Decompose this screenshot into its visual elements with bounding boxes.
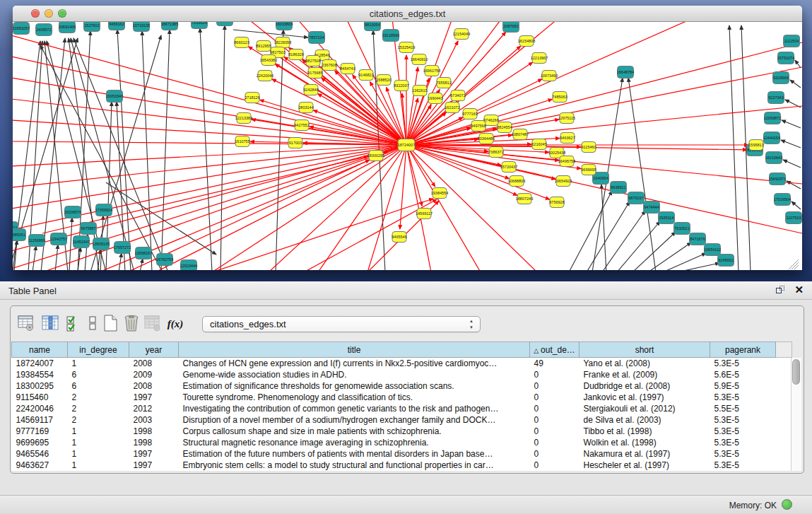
- graph-node-label: 9827503: [270, 50, 285, 54]
- graph-node-label: 8938921: [611, 185, 625, 189]
- graph-node-label: 18724007: [398, 143, 415, 147]
- table-row[interactable]: 1456911722003Disruption of a novel membe…: [12, 414, 792, 426]
- column-header-short[interactable]: short: [579, 342, 710, 358]
- select-rows-check-icon: [65, 314, 83, 332]
- delete-button[interactable]: [122, 314, 141, 334]
- table-vertical-scrollbar[interactable]: [791, 358, 801, 471]
- graph-node-label: 10973493: [541, 74, 558, 78]
- graph-node-label: 12213967: [531, 56, 548, 60]
- graph-node-label: 10807487: [512, 132, 529, 136]
- select-rows-button[interactable]: [64, 314, 84, 334]
- table-row[interactable]: 946554611997Estimation of the future num…: [12, 448, 792, 460]
- table-row[interactable]: 1938455462009Genome-wide association stu…: [12, 369, 792, 380]
- network-window: citations_edges.txt 10653257240557220691…: [13, 6, 802, 270]
- graph-node-label: 16543382: [260, 58, 277, 62]
- status-bar: Memory: OK: [0, 495, 812, 514]
- graph-node-label: 1527602: [84, 23, 99, 28]
- graph-node-label: 8912955: [256, 44, 271, 48]
- table-panel-header: Table Panel ✕: [0, 281, 812, 300]
- graph-node-label: 1595813: [748, 143, 763, 147]
- graph-node-label: 10653257: [13, 26, 30, 30]
- graph-node-label: 2718126: [245, 95, 259, 100]
- graph-node-label: 6734072: [450, 93, 465, 98]
- graph-node-label: 20364486: [478, 136, 495, 141]
- graph-node-label: 12923446: [180, 264, 197, 268]
- graph-node-label: 9242848: [303, 88, 318, 92]
- table-row[interactable]: 977716911998Corpus callosum shape and si…: [12, 426, 792, 437]
- graph-node-label: 6216045: [531, 142, 546, 146]
- graph-node-label: 16210643: [765, 156, 782, 160]
- graph-node-label: 13958167: [135, 251, 152, 255]
- graph-node-label: 20053346: [106, 94, 123, 98]
- column-header-name[interactable]: name: [12, 342, 68, 358]
- graph-node-label: 16961758: [423, 69, 440, 73]
- graph-node-label: 15325419: [398, 45, 415, 49]
- table-row[interactable]: 1872400712008Changes of HCN gene express…: [12, 358, 792, 369]
- table-settings-button[interactable]: [16, 314, 36, 334]
- graph-node-label: 1610755: [235, 139, 249, 144]
- graph-node-label: 9329966: [773, 76, 788, 80]
- graph-node-label: 16782759: [156, 257, 173, 262]
- graph-node-label: 6879197: [628, 196, 643, 200]
- graph-node-label: 2087682: [503, 24, 518, 28]
- citation-network-graph[interactable]: 1065325724055722069140615276029466162107…: [13, 22, 802, 270]
- graph-node-label: 12093872: [764, 116, 781, 120]
- graph-node-label: 16648784: [617, 70, 634, 74]
- graph-node-label: 16640910: [411, 57, 428, 62]
- column-header-pagerank[interactable]: pagerank: [710, 342, 776, 358]
- graph-node-label: 1990443: [428, 96, 442, 100]
- column-header-in_degree[interactable]: in_degree: [68, 342, 129, 358]
- graph-node-label: 9756928: [549, 200, 564, 204]
- graph-node-label: 9466162: [109, 22, 124, 26]
- graph-node-label: 1107533: [786, 216, 801, 220]
- float-panel-icon[interactable]: [776, 286, 785, 295]
- import-table-button-disabled[interactable]: [143, 314, 163, 334]
- graph-node-label: 10654112: [704, 247, 721, 252]
- graph-node-label: 16495758: [558, 159, 575, 163]
- scrollbar-thumb[interactable]: [792, 359, 800, 385]
- graph-node-label: 22420046: [257, 74, 273, 78]
- graph-node-label: 9227343: [768, 95, 783, 100]
- graph-node-label: 16154808: [518, 39, 535, 43]
- column-header-title[interactable]: title: [179, 342, 530, 358]
- column-header-year[interactable]: year: [129, 342, 179, 358]
- table-row[interactable]: 911546021997Tourette syndrome. Phenomeno…: [12, 392, 792, 403]
- graph-node-label: 8813054: [365, 23, 379, 27]
- graph-node-label: 9245652: [718, 258, 733, 262]
- graph-node-label: 2405572: [36, 28, 51, 32]
- table-row[interactable]: 2242004622012Investigating the contribut…: [12, 403, 792, 414]
- memory-ok-indicator: [782, 499, 792, 510]
- new-document-button[interactable]: [100, 314, 120, 334]
- function-fx-icon: f(x): [167, 318, 184, 329]
- graph-node-label: 8454743: [340, 66, 355, 71]
- table-selector-dropdown[interactable]: citations_edges.txt ▲▼: [202, 316, 481, 332]
- graph-node-label: 3824554: [497, 125, 512, 129]
- table-panel: Table Panel ✕: [0, 281, 812, 495]
- graph-node-label: 16671385: [161, 22, 178, 26]
- graph-node-label: 12444154: [763, 136, 780, 140]
- table-row[interactable]: 1830029562008Estimation of significance …: [12, 380, 792, 392]
- new-document-icon: [101, 314, 119, 332]
- window-titlebar[interactable]: citations_edges.txt: [13, 6, 802, 22]
- graph-node-label: 9497568: [471, 124, 486, 128]
- graph-node-label: 7632621: [674, 226, 689, 230]
- graph-node-label: 13505135: [93, 242, 110, 246]
- table-container: f(x) citations_edges.txt ▲▼ namein_degre…: [10, 305, 804, 474]
- table-row[interactable]: 946362711997Embryonic stem cells: a mode…: [12, 460, 792, 471]
- close-panel-icon[interactable]: ✕: [794, 284, 804, 296]
- graph-node-label: 15720437: [500, 165, 517, 169]
- network-canvas[interactable]: 1065325724055722069140615276029466162107…: [13, 22, 802, 270]
- select-column-button[interactable]: [40, 314, 60, 334]
- graph-node-label: 9175685: [307, 71, 322, 75]
- graph-node-label: 9465546: [392, 235, 406, 239]
- graph-node-label: 19384554: [431, 191, 448, 195]
- function-builder-button[interactable]: f(x): [165, 314, 185, 334]
- graph-node-label: 9746266: [483, 118, 498, 122]
- column-header-out_de[interactable]: △out_de…: [530, 342, 579, 358]
- graph-node[interactable]: [217, 22, 233, 26]
- table-row[interactable]: 969969511998Structural magnetic resonanc…: [12, 437, 792, 448]
- graph-node-label: 7515526: [192, 22, 206, 25]
- graph-node-label: 20691406: [59, 25, 76, 29]
- import-table-disabled-icon: [143, 314, 162, 332]
- graph-node-label: 2935114: [659, 216, 673, 220]
